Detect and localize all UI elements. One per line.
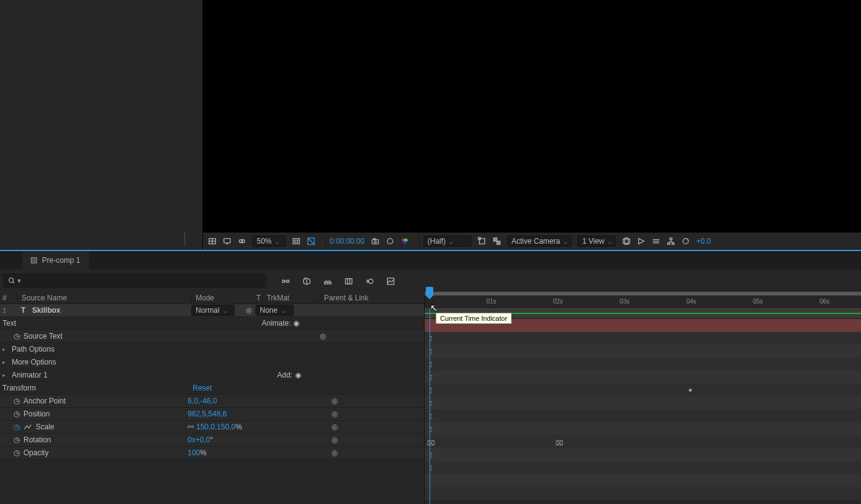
- checker-icon[interactable]: [493, 237, 501, 246]
- reset-transform[interactable]: Reset: [193, 384, 212, 392]
- ibeam-icon: 𝙸: [428, 399, 432, 407]
- pickwhip-icon[interactable]: ◎: [331, 423, 338, 431]
- svg-rect-7: [293, 239, 300, 244]
- anchor-point-value[interactable]: 6,0,-46,0: [188, 397, 217, 405]
- ease-keyframe-icon[interactable]: ⌧: [427, 439, 433, 445]
- stopwatch-icon[interactable]: ◷: [14, 410, 20, 418]
- timeline-graph[interactable]: 01s 02s 03s 04s 05s 06s 𝙸 𝙸 𝙸 𝙸: [425, 292, 861, 504]
- ease-keyframe-icon[interactable]: ⌧: [555, 439, 562, 445]
- trkmat-select[interactable]: None: [256, 305, 294, 316]
- rotation-value[interactable]: 0x+0,0°: [188, 436, 213, 444]
- ibeam-icon: 𝙸: [428, 425, 432, 432]
- ibeam-icon: 𝙸: [428, 360, 432, 368]
- col-trkmat[interactable]: TrkMat: [264, 294, 320, 302]
- camera-select[interactable]: Active Camera: [507, 236, 572, 247]
- cti-head[interactable]: [426, 287, 433, 295]
- animate-label: Animate:: [262, 319, 291, 328]
- time-ruler[interactable]: 01s 02s 03s 04s 05s 06s: [425, 295, 861, 308]
- pickwhip-icon[interactable]: ◎: [331, 397, 338, 405]
- stopwatch-icon[interactable]: ◷: [14, 397, 20, 405]
- grid-icon[interactable]: [208, 237, 217, 246]
- source-text-row[interactable]: ◷ Source Text ◎: [0, 330, 424, 343]
- blend-mode-select[interactable]: Normal: [191, 305, 235, 316]
- pickwhip-icon[interactable]: ◎: [246, 306, 252, 315]
- exposure-value[interactable]: +0,0: [696, 237, 711, 246]
- col-mode[interactable]: Mode: [191, 294, 253, 302]
- anchor-point-row[interactable]: ◷ Anchor Point 6,0,-46,0 ◎: [0, 395, 424, 408]
- text-group[interactable]: Text Animate: ◉: [0, 317, 424, 330]
- snapshot-icon[interactable]: [371, 237, 380, 246]
- panel-divider[interactable]: [185, 232, 185, 246]
- scale-value[interactable]: 150,0,150,0%: [196, 423, 242, 431]
- view-select[interactable]: 1 View: [578, 236, 616, 247]
- timeline-tab-label: Pre-comp 1: [42, 256, 80, 265]
- divider: [419, 234, 420, 248]
- current-time[interactable]: 0:00:00:00: [330, 237, 365, 246]
- col-hash[interactable]: #: [0, 294, 17, 302]
- layer-header: # Source Name Mode T TrkMat Parent & Lin…: [0, 292, 424, 304]
- col-parent[interactable]: Parent & Link: [320, 294, 424, 302]
- pixel-aspect-icon[interactable]: [622, 237, 631, 246]
- more-options-row[interactable]: ▸ More Options: [0, 356, 424, 369]
- current-time-indicator[interactable]: [430, 308, 430, 504]
- stopwatch-icon[interactable]: ◷: [14, 436, 20, 444]
- opacity-value[interactable]: 100%: [188, 448, 207, 457]
- roi-icon[interactable]: [478, 237, 486, 246]
- transparency-icon[interactable]: [307, 237, 315, 246]
- comp-mini-flow-icon[interactable]: [278, 276, 294, 286]
- show-snapshot-icon[interactable]: [386, 237, 394, 246]
- timeline-icon[interactable]: [652, 237, 660, 246]
- transform-group[interactable]: Transform Reset: [0, 382, 424, 395]
- twirl-icon[interactable]: ▸: [2, 346, 6, 352]
- reset-exposure-icon[interactable]: [681, 237, 690, 246]
- ruler-mark: 05s: [753, 298, 763, 305]
- opacity-row[interactable]: ◷ Opacity 100% ◎: [0, 447, 424, 460]
- animate-flyout-icon[interactable]: ◉: [293, 319, 299, 328]
- path-options-row[interactable]: ▸ Path Options: [0, 343, 424, 356]
- stopwatch-icon[interactable]: ◷: [14, 448, 20, 457]
- position-row[interactable]: ◷ Position 962,5,548,6 ◎: [0, 408, 424, 421]
- pickwhip-icon[interactable]: ◎: [331, 436, 338, 444]
- fullres-icon[interactable]: [292, 237, 301, 246]
- flowchart-icon[interactable]: [667, 237, 675, 246]
- col-source[interactable]: Source Name: [17, 294, 191, 302]
- layer-name[interactable]: Skillbox: [32, 306, 191, 315]
- keyframe-icon[interactable]: [689, 389, 692, 392]
- fast-preview-icon[interactable]: [637, 237, 646, 246]
- link-icon[interactable]: ⚯: [188, 423, 194, 431]
- position-value[interactable]: 962,5,548,6: [188, 410, 227, 418]
- svg-line-10: [308, 238, 315, 245]
- add-flyout-icon[interactable]: ◉: [295, 371, 301, 379]
- graph-icon[interactable]: [23, 423, 32, 432]
- timeline-search[interactable]: ▾: [2, 273, 267, 288]
- pickwhip-icon[interactable]: ◎: [331, 410, 338, 418]
- animator-row[interactable]: ▸ Animator 1 Add: ◉: [0, 369, 424, 382]
- hide-shy-icon[interactable]: [320, 276, 336, 286]
- twirl-icon[interactable]: ▸: [2, 359, 6, 365]
- rotation-row[interactable]: ◷ Rotation 0x+0,0° ◎: [0, 434, 424, 447]
- stopwatch-icon[interactable]: ◷: [14, 332, 20, 341]
- monitor-icon[interactable]: [223, 237, 231, 246]
- ibeam-icon: 𝙸: [428, 451, 432, 458]
- graph-editor-icon[interactable]: [383, 276, 399, 286]
- frame-blend-icon[interactable]: [341, 276, 357, 286]
- draft3d-icon[interactable]: [299, 276, 315, 286]
- layer-row[interactable]: 1 T Skillbox Normal ◎ None: [0, 304, 424, 317]
- color-mgmt-icon[interactable]: [401, 237, 409, 246]
- stopwatch-icon[interactable]: ◷: [14, 423, 20, 431]
- transform-label: Transform: [2, 384, 193, 392]
- motion-blur-icon[interactable]: [362, 276, 378, 286]
- pickwhip-icon[interactable]: ◎: [331, 448, 338, 457]
- twirl-icon[interactable]: ▸: [2, 372, 6, 378]
- scale-row[interactable]: ◷ Scale ⚯ 150,0,150,0% ◎: [0, 421, 424, 434]
- composition-viewer[interactable]: 50% 0:00:00:00 (Half) Active Camera 1 Vi…: [203, 0, 861, 250]
- pickwhip-icon[interactable]: ◎: [320, 332, 326, 341]
- svg-rect-37: [283, 280, 285, 283]
- resolution-select[interactable]: (Half): [423, 236, 472, 247]
- timeline-tab[interactable]: Pre-comp 1: [22, 251, 89, 270]
- project-panel: [0, 0, 203, 250]
- zoom-select[interactable]: 50%: [252, 236, 286, 247]
- mask-icon[interactable]: [238, 237, 246, 246]
- anchor-point-label: Anchor Point: [23, 397, 188, 405]
- col-t[interactable]: T: [253, 294, 264, 302]
